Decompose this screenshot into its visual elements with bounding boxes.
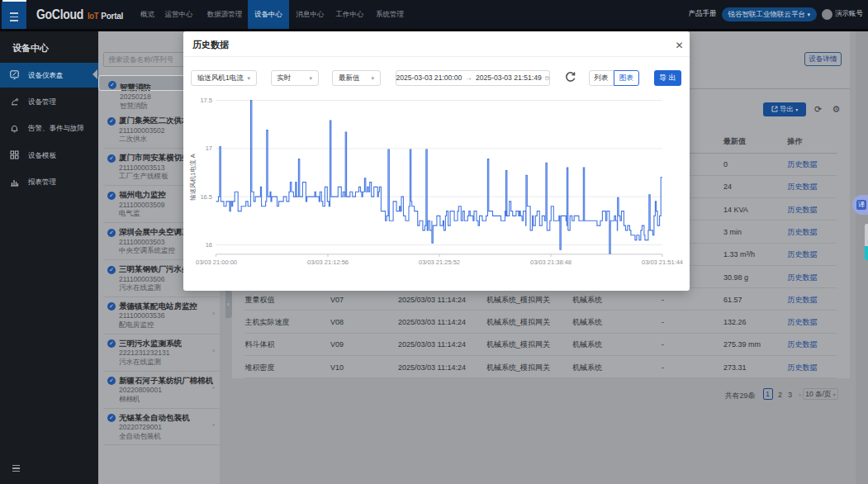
svg-text:17: 17 [205, 145, 211, 152]
svg-text:16: 16 [205, 240, 211, 248]
svg-text:16.5: 16.5 [200, 192, 212, 200]
svg-text:输送风机1电流 A: 输送风机1电流 A [189, 154, 197, 200]
svg-text:03/03 21:51:44: 03/03 21:51:44 [641, 258, 682, 265]
svg-text:17.5: 17.5 [200, 97, 212, 104]
svg-text:03/03 21:25:52: 03/03 21:25:52 [418, 258, 459, 265]
svg-text:03/03 21:00:00: 03/03 21:00:00 [195, 258, 236, 265]
svg-text:03/03 21:12:56: 03/03 21:12:56 [306, 258, 348, 265]
svg-text:03/03 21:38:48: 03/03 21:38:48 [529, 258, 571, 265]
